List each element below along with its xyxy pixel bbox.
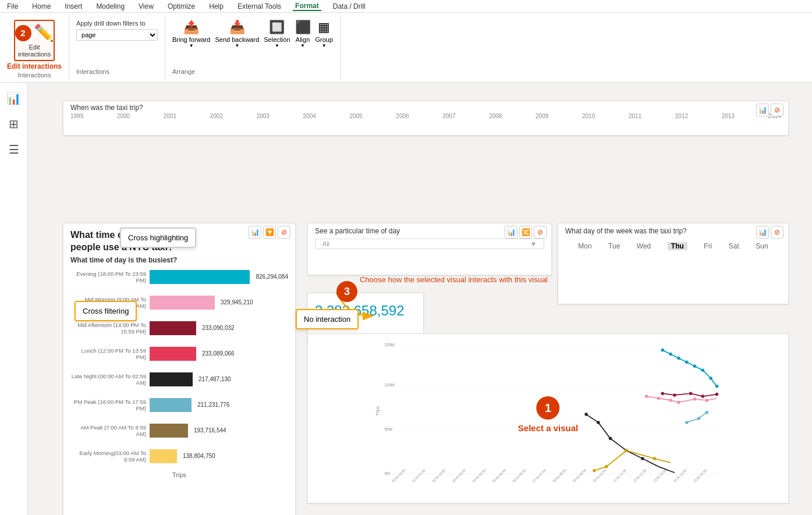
menu-format[interactable]: Format (293, 2, 321, 11)
send-backward-arrow: ▼ (235, 43, 239, 48)
menu-home[interactable]: Home (30, 2, 53, 10)
timeline-vis-icons: 📊 ⊘ (756, 104, 783, 116)
bar-x-label: Trips (63, 471, 295, 478)
group-icon: ▦ (318, 20, 330, 35)
bar-row-ampeak: AM Peak (7:00 AM To 8:59 AM) 193,716,544 (63, 418, 295, 443)
day-bar-icon[interactable]: 📊 (756, 226, 769, 239)
svg-point-42 (645, 395, 648, 398)
svg-point-27 (609, 437, 612, 441)
bar-lunch (150, 347, 196, 361)
timeline-no-interact-icon[interactable]: ⊘ (771, 104, 783, 116)
bar-chart-vis-icons: 📊 🔽 ⊘ (249, 226, 290, 239)
bar-row-pmpeak: PM Peak (16:00 PM To 17:59 PM) 211,231,7… (63, 392, 295, 418)
arrange-label: Arrange (172, 68, 333, 75)
svg-text:07:00-07:59: 07:00-07:59 (532, 468, 547, 483)
bar-chart-filter-icon[interactable]: 🔽 (263, 226, 276, 239)
timeline-bar-icon[interactable]: 📊 (756, 104, 769, 116)
day-thu: Thu (668, 242, 687, 250)
svg-point-48 (661, 392, 665, 395)
svg-point-30 (593, 469, 596, 473)
cross-filtering-callout: Cross filtering (75, 301, 137, 321)
timeline-years: 19992000200120022003 2004200520062007200… (63, 113, 788, 119)
bring-forward-arrow: ▼ (189, 43, 194, 48)
drill-label: Apply drill down filters to (76, 20, 158, 27)
sidebar-grid-icon[interactable]: ⊞ (5, 113, 22, 134)
svg-point-44 (669, 399, 672, 402)
bar-ampeak (150, 424, 188, 438)
menu-insert[interactable]: Insert (62, 2, 84, 10)
svg-text:100M: 100M (384, 383, 394, 387)
step1-badge: 1 (537, 396, 560, 420)
menu-data-drill[interactable]: Data / Drill (331, 2, 368, 10)
svg-text:12:00-12:59: 12:00-12:59 (632, 468, 647, 483)
svg-point-33 (653, 457, 657, 460)
svg-point-36 (677, 357, 680, 360)
bar-chart-visual: What time of day dopeople use a NYC taxi… (63, 223, 296, 515)
send-backward-button[interactable]: 📥 Send backward ▼ (215, 20, 259, 66)
bar-pmpeak (150, 398, 192, 412)
time-filter-bar-icon[interactable]: 📊 (505, 226, 517, 239)
bring-forward-button[interactable]: 📤 Bring forward ▼ (172, 20, 210, 66)
sidebar-list-icon[interactable]: ☰ (5, 139, 23, 160)
time-filter-no-interact-icon[interactable]: ⊘ (534, 226, 547, 239)
align-button[interactable]: ⬛ Align ▼ (295, 20, 311, 66)
edit-interactions-btn-label: Editinteractions (18, 44, 51, 58)
select-visual-label: Select a visual (518, 423, 578, 433)
svg-point-43 (657, 397, 661, 400)
day-no-interact-icon[interactable]: ⊘ (771, 226, 783, 239)
svg-point-41 (715, 385, 719, 388)
svg-point-40 (709, 377, 712, 380)
day-fri: Fri (704, 242, 712, 250)
svg-point-54 (697, 417, 701, 420)
drill-select[interactable]: page (76, 29, 158, 41)
svg-text:08:00-08:59: 08:00-08:59 (552, 468, 566, 483)
time-filter-visual: See a particular time of day All▼ 📊 🔀 ⊘ (307, 223, 552, 275)
svg-point-35 (669, 353, 672, 356)
menu-file[interactable]: File (5, 2, 20, 10)
bar-chart-bar-icon[interactable]: 📊 (249, 226, 261, 239)
bar-chart-no-interact-icon[interactable]: ⊘ (278, 226, 290, 239)
bar-row-lunch: Lunch (12:00 PM To 13:59 PM) 233,089,066 (63, 341, 295, 367)
svg-text:14:00-14:59: 14:00-14:59 (672, 468, 687, 483)
edit-interactions-icon: ✏️ (34, 23, 54, 42)
day-wed: Wed (637, 242, 651, 250)
svg-text:15:00-15:59: 15:00-15:59 (693, 468, 707, 483)
menu-view[interactable]: View (136, 2, 156, 10)
svg-point-29 (641, 457, 644, 460)
sidebar-bar-chart-icon[interactable]: 📊 (3, 88, 24, 109)
menu-modeling[interactable]: Modeling (94, 2, 127, 10)
menu-external-tools[interactable]: External Tools (235, 2, 283, 10)
group-arrow: ▼ (322, 43, 327, 48)
svg-text:50M: 50M (384, 427, 392, 431)
svg-point-46 (693, 397, 697, 401)
day-sat: Sat (729, 242, 739, 250)
menu-help[interactable]: Help (207, 2, 226, 10)
group-label: Group (315, 36, 334, 43)
day-visual: What day of the week was the taxi trip? … (558, 223, 789, 304)
selection-icon: 🔲 (269, 20, 285, 35)
bring-forward-label: Bring forward (172, 36, 210, 43)
interactions-section-label: Interactions (18, 72, 51, 79)
scatter-visual: 150M 100M 50M 0M Trips 00:00-00:59 01:00… (307, 333, 789, 503)
bar-row-latenight: Late Night (00:00 AM To 02:59 AM) 217,48… (63, 367, 295, 392)
time-filter-all[interactable]: All▼ (315, 239, 544, 249)
group-button[interactable]: ▦ Group ▼ (315, 20, 334, 66)
selection-button[interactable]: 🔲 Selection ▼ (264, 20, 290, 66)
menu-optimize[interactable]: Optimize (165, 2, 197, 10)
day-mon: Mon (578, 242, 591, 250)
svg-point-55 (705, 411, 708, 414)
svg-text:03:00-03:59: 03:00-03:59 (452, 468, 466, 483)
time-filter-alt-icon[interactable]: 🔀 (519, 226, 532, 239)
selection-label: Selection (264, 36, 290, 43)
step3-badge: 3 (336, 281, 357, 302)
main-canvas: When was the taxi trip? 1999200020012002… (28, 83, 812, 515)
bar-row-evening: Evening (18:00 PM To 23:59 PM) 826,294,0… (63, 264, 295, 290)
svg-point-26 (597, 421, 600, 424)
interactions-label: Interactions (76, 68, 158, 75)
timeline-title: When was the taxi trip? (63, 101, 788, 113)
svg-text:01:00-01:59: 01:00-01:59 (412, 468, 426, 483)
bar-row-earlymorning: Early Morning(03:00 AM To 6:59 AM) 138,8… (63, 443, 295, 469)
edit-interactions-button[interactable]: 2 ✏️ Editinteractions (14, 20, 55, 61)
svg-text:04:00-04:59: 04:00-04:59 (471, 468, 486, 483)
svg-point-53 (685, 421, 689, 424)
